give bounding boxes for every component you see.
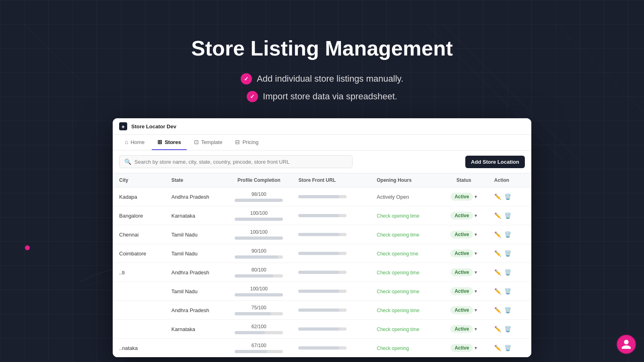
cell-hours-4[interactable]: Check opening time bbox=[370, 263, 440, 282]
status-badge-7: Active bbox=[450, 325, 473, 333]
cell-hours-2[interactable]: Check opening time bbox=[370, 225, 440, 244]
nav-item-home[interactable]: ⌂ Home bbox=[119, 135, 150, 150]
profile-bar-fill-4 bbox=[235, 274, 273, 278]
check-opening-link-8[interactable]: Check opening bbox=[377, 346, 409, 351]
status-dropdown-arrow-6[interactable]: ▾ bbox=[475, 307, 477, 313]
profile-bar-7 bbox=[235, 331, 283, 334]
cell-hours-8[interactable]: Check opening bbox=[370, 339, 440, 358]
search-input[interactable] bbox=[134, 159, 347, 165]
check-opening-link-1[interactable]: Check opening time bbox=[377, 213, 419, 219]
cell-profile-8: 67/100 bbox=[226, 339, 292, 358]
status-dropdown-arrow-3[interactable]: ▾ bbox=[475, 251, 477, 256]
cell-status-7: Active ▾ bbox=[440, 320, 488, 339]
search-bar[interactable]: 🔍 bbox=[119, 155, 353, 168]
nav-label-home: Home bbox=[130, 139, 144, 145]
edit-icon-2[interactable]: ✏️ bbox=[494, 231, 501, 238]
cell-hours-5[interactable]: Check opening time bbox=[370, 282, 440, 301]
edit-icon-1[interactable]: ✏️ bbox=[494, 212, 501, 219]
edit-icon-0[interactable]: ✏️ bbox=[494, 193, 501, 200]
cell-url-5 bbox=[292, 282, 370, 301]
profile-bar-fill-7 bbox=[235, 331, 264, 334]
nav-label-template: Template bbox=[201, 139, 223, 145]
delete-icon-1[interactable]: 🗑️ bbox=[504, 212, 511, 219]
cell-city-5 bbox=[113, 282, 165, 301]
status-dropdown-arrow-0[interactable]: ▾ bbox=[475, 194, 477, 200]
nav-bar: ⌂ Home ⊞ Stores ⊡ Template ⊟ Pricing bbox=[113, 135, 531, 150]
status-dropdown-arrow-7[interactable]: ▾ bbox=[475, 326, 477, 332]
profile-text-3: 90/100 bbox=[252, 248, 266, 254]
status-dropdown-arrow-2[interactable]: ▾ bbox=[475, 232, 477, 237]
profile-bar-container-4 bbox=[235, 274, 283, 278]
cell-hours-7[interactable]: Check opening time bbox=[370, 320, 440, 339]
cell-city-6 bbox=[113, 301, 165, 320]
cell-hours-0: Actively Open bbox=[370, 187, 440, 206]
status-badge-2: Active bbox=[450, 230, 473, 239]
url-bar-fill-4 bbox=[298, 271, 339, 274]
status-badge-8: Active bbox=[450, 344, 473, 352]
table-row: KadapaAndhra Pradesh 98/100 Actively Ope… bbox=[113, 187, 531, 206]
status-dropdown-arrow-4[interactable]: ▾ bbox=[475, 269, 477, 275]
status-dropdown-arrow-5[interactable]: ▾ bbox=[475, 288, 477, 294]
check-opening-link-4[interactable]: Check opening time bbox=[377, 270, 419, 276]
check-opening-link-5[interactable]: Check opening time bbox=[377, 289, 419, 294]
cell-state-5: Tamil Nadu bbox=[165, 282, 226, 301]
profile-bar-fill-6 bbox=[235, 312, 271, 315]
edit-icon-8[interactable]: ✏️ bbox=[494, 345, 501, 351]
nav-item-template[interactable]: ⊡ Template bbox=[188, 135, 228, 150]
check-opening-link-2[interactable]: Check opening time bbox=[377, 232, 419, 238]
delete-icon-6[interactable]: 🗑️ bbox=[504, 307, 511, 313]
check-opening-link-6[interactable]: Check opening time bbox=[377, 308, 419, 313]
profile-text-2: 100/100 bbox=[250, 229, 268, 235]
delete-icon-8[interactable]: 🗑️ bbox=[504, 345, 511, 351]
delete-icon-0[interactable]: 🗑️ bbox=[504, 193, 511, 200]
cell-status-5: Active ▾ bbox=[440, 282, 488, 301]
check-opening-link-7[interactable]: Check opening time bbox=[377, 327, 419, 332]
cell-city-1: Bangalore bbox=[113, 206, 165, 225]
check-icon-1 bbox=[241, 73, 252, 84]
edit-icon-3[interactable]: ✏️ bbox=[494, 250, 501, 257]
edit-icon-5[interactable]: ✏️ bbox=[494, 288, 501, 294]
check-opening-link-3[interactable]: Check opening tme bbox=[377, 251, 418, 257]
cell-status-3: Active ▾ bbox=[440, 244, 488, 263]
cell-state-3: Tamil Nadu bbox=[165, 244, 226, 263]
cell-hours-3[interactable]: Check opening tme bbox=[370, 244, 440, 263]
delete-icon-5[interactable]: 🗑️ bbox=[504, 288, 511, 294]
cell-action-5: ✏️ 🗑️ bbox=[488, 282, 531, 301]
cell-status-0: Active ▾ bbox=[440, 187, 488, 206]
delete-icon-2[interactable]: 🗑️ bbox=[504, 231, 511, 238]
cell-state-8 bbox=[165, 339, 226, 358]
edit-icon-6[interactable]: ✏️ bbox=[494, 307, 501, 313]
user-avatar[interactable] bbox=[617, 335, 636, 354]
profile-text-5: 100/100 bbox=[250, 286, 268, 292]
add-store-location-button[interactable]: Add Store Location bbox=[465, 156, 525, 168]
cell-hours-6[interactable]: Check opening time bbox=[370, 301, 440, 320]
delete-icon-4[interactable]: 🗑️ bbox=[504, 269, 511, 276]
cell-action-7: ✏️ 🗑️ bbox=[488, 320, 531, 339]
delete-icon-3[interactable]: 🗑️ bbox=[504, 250, 511, 257]
url-bar-fill-7 bbox=[298, 327, 339, 331]
col-header-profile: Profile Completion bbox=[226, 173, 292, 187]
profile-bar-container-1 bbox=[235, 218, 283, 221]
delete-icon-7[interactable]: 🗑️ bbox=[504, 326, 511, 332]
status-dropdown-arrow-1[interactable]: ▾ bbox=[475, 213, 477, 218]
cell-profile-7: 62/100 bbox=[226, 320, 292, 339]
action-icons-6: ✏️ 🗑️ bbox=[494, 307, 525, 313]
nav-item-stores[interactable]: ⊞ Stores bbox=[152, 135, 186, 150]
edit-icon-7[interactable]: ✏️ bbox=[494, 326, 501, 332]
cell-url-4 bbox=[292, 263, 370, 282]
url-bar-8 bbox=[298, 346, 347, 350]
url-bar-container-6 bbox=[298, 309, 347, 312]
profile-bar-fill-5 bbox=[235, 293, 283, 296]
nav-item-pricing[interactable]: ⊟ Pricing bbox=[229, 135, 264, 150]
pricing-icon: ⊟ bbox=[235, 139, 240, 145]
url-bar-fill-6 bbox=[298, 309, 339, 312]
edit-icon-4[interactable]: ✏️ bbox=[494, 269, 501, 276]
cell-profile-4: 80/100 bbox=[226, 263, 292, 282]
cell-profile-5: 100/100 bbox=[226, 282, 292, 301]
cell-city-4: ..ti bbox=[113, 263, 165, 282]
profile-bar-2 bbox=[235, 237, 283, 240]
status-badge-1: Active bbox=[450, 212, 473, 220]
status-dropdown-arrow-8[interactable]: ▾ bbox=[475, 345, 477, 351]
cell-hours-1[interactable]: Check opening time bbox=[370, 206, 440, 225]
url-bar-4 bbox=[298, 271, 347, 274]
